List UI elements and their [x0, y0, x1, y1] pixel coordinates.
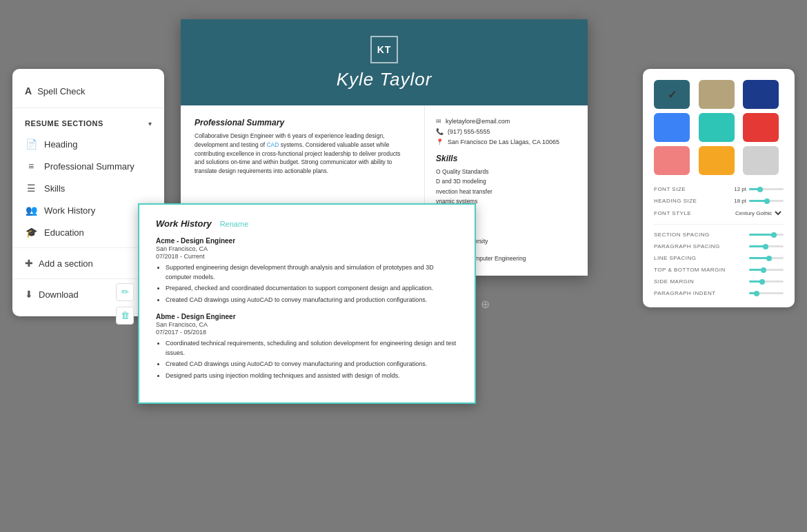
sidebar-item-skills-label: Skills — [44, 183, 65, 194]
font-size-label: FONT SIZE — [654, 186, 727, 192]
work-history-title: Work History — [156, 218, 212, 229]
heading-size-value: 18 pt — [727, 198, 746, 204]
paragraph-spacing-control: PARAGRAPH SPACING — [654, 243, 784, 249]
spell-check-label: Spell Check — [37, 86, 85, 96]
section-spacing-slider[interactable] — [749, 234, 784, 236]
spell-check-item[interactable]: A Spell Check — [12, 80, 164, 108]
color-swatch-blue[interactable] — [654, 113, 690, 142]
color-swatch-lightgray[interactable] — [743, 146, 779, 175]
color-swatch-teal[interactable] — [699, 113, 735, 142]
chevron-down-icon[interactable]: ▾ — [148, 120, 152, 127]
line-spacing-control: LINE SPACING — [654, 255, 784, 261]
job-company-2: Abme - Design Engineer — [156, 313, 458, 320]
monogram: KT — [377, 44, 392, 55]
work-history-header: Work History Rename — [156, 218, 458, 229]
sidebar-item-work-label: Work History — [44, 205, 95, 216]
summary-section-title: Professional Summary — [195, 118, 410, 127]
font-style-select[interactable]: Century Gothic — [733, 209, 784, 217]
font-style-label: FONT STYLE — [654, 210, 733, 216]
skills-icon: ☰ — [25, 183, 37, 194]
summary-text: Collaborative Design Engineer with 6 yea… — [195, 132, 410, 176]
download-label: Download — [39, 289, 79, 300]
color-swatch-salmon[interactable] — [654, 146, 690, 175]
skill-item: O Quality Standards — [436, 167, 577, 176]
section-spacing-label: SECTION SPACING — [654, 232, 749, 238]
design-panel: FONT SIZE 12 pt HEADING SIZE 18 pt FONT … — [643, 69, 795, 307]
color-swatch-teal-dark[interactable] — [654, 80, 690, 109]
sidebar-item-summary-label: Professional Summary — [44, 161, 134, 172]
bullet-item: Created CAD drawings using AutoCAD to co… — [166, 360, 458, 369]
color-grid — [654, 80, 784, 175]
download-icon: ⬇ — [25, 289, 33, 300]
bullet-item: Supported engineering design development… — [166, 263, 458, 282]
skills-list: O Quality Standards D and 3D modeling nv… — [436, 167, 577, 207]
add-section-label: Add a section — [39, 258, 93, 269]
resume-name: Kyle Taylor — [337, 69, 432, 90]
font-size-value: 12 pt — [727, 186, 746, 192]
font-style-control: FONT STYLE Century Gothic — [654, 209, 784, 217]
contact-phone: 📞 (917) 555-5555 — [436, 128, 577, 135]
resume-header: KT Kyle Taylor — [181, 19, 588, 105]
email-icon: ✉ — [436, 118, 441, 125]
line-spacing-label: LINE SPACING — [654, 255, 749, 261]
paragraph-spacing-label: PARAGRAPH SPACING — [654, 243, 749, 249]
resume-sections-header: RESUME SECTIONS ▾ — [12, 115, 164, 133]
design-controls: FONT SIZE 12 pt HEADING SIZE 18 pt FONT … — [654, 186, 784, 296]
resume-sections-title: RESUME SECTIONS — [25, 119, 103, 127]
skill-item: D and 3D modeling — [436, 176, 577, 186]
top-bottom-margin-label: TOP & BOTTOM MARGIN — [654, 267, 749, 273]
paragraph-spacing-slider[interactable] — [749, 245, 784, 247]
lines-icon: ≡ — [25, 161, 37, 172]
job-date-1: 07/2018 - Current — [156, 253, 458, 260]
sidebar-item-heading[interactable]: 📄 Heading — [12, 133, 164, 155]
heading-size-slider[interactable] — [749, 200, 784, 202]
job-location-2: San Francisco, CA — [156, 321, 458, 328]
sidebar-item-professional-summary[interactable]: ≡ Professional Summary — [12, 155, 164, 177]
email-value: kyletaylore@email.com — [446, 118, 510, 125]
job-date-2: 07/2017 - 05/2018 — [156, 329, 458, 336]
add-icon: ✚ — [25, 258, 33, 269]
color-swatch-tan[interactable] — [699, 80, 735, 109]
color-swatch-amber[interactable] — [699, 146, 735, 175]
top-bottom-margin-slider[interactable] — [749, 269, 784, 271]
side-margin-label: SIDE MARGIN — [654, 278, 749, 285]
font-size-slider[interactable] — [749, 188, 784, 190]
color-swatch-red[interactable] — [743, 113, 779, 142]
bullet-item: Coordinated technical requirements, sche… — [166, 339, 458, 358]
divider — [654, 224, 784, 225]
line-spacing-slider[interactable] — [749, 257, 784, 259]
drag-handle[interactable]: ⊕ — [481, 297, 490, 310]
spell-check-icon: A — [25, 85, 32, 96]
job-bullets-1: Supported engineering design development… — [156, 263, 458, 305]
cad-highlight: CAD — [266, 141, 279, 148]
location-icon: 📍 — [436, 139, 444, 145]
job-bullets-2: Coordinated technical requirements, sche… — [156, 339, 458, 380]
contact-email: ✉ kyletaylore@email.com — [436, 118, 577, 125]
sidebar-item-education-label: Education — [44, 227, 84, 238]
skill-item: nvection heat transfer — [436, 187, 577, 196]
delete-button[interactable]: 🗑 — [116, 307, 134, 325]
contact-address: 📍 San Francisco De Las Llagas, CA 10065 — [436, 139, 577, 145]
font-size-control: FONT SIZE 12 pt — [654, 186, 784, 192]
rename-button[interactable]: Rename — [220, 220, 249, 228]
edit-icons: ✏ 🗑 — [116, 283, 134, 325]
graduation-icon: 🎓 — [25, 227, 37, 238]
people-icon: 👥 — [25, 205, 37, 216]
monogram-box: KT — [370, 36, 398, 63]
heading-size-label: HEADING SIZE — [654, 198, 727, 204]
bullet-item: Created CAD drawings using AutoCAD to co… — [166, 296, 458, 305]
address-value: San Francisco De Las Llagas, CA 10065 — [448, 139, 559, 145]
paragraph-indent-control: PARAGRAPH INDENT — [654, 290, 784, 296]
phone-icon: 📞 — [436, 128, 444, 135]
side-margin-control: SIDE MARGIN — [654, 278, 784, 285]
bullet-item: Prepared, checked and coordinated docume… — [166, 284, 458, 294]
sidebar-item-skills[interactable]: ☰ Skills — [12, 177, 164, 199]
side-margin-slider[interactable] — [749, 280, 784, 283]
work-history-overlay: ✏ 🗑 ⊕ Work History Rename Acme - Design … — [138, 203, 476, 404]
section-spacing-control: SECTION SPACING — [654, 232, 784, 238]
paragraph-indent-slider[interactable] — [749, 292, 784, 294]
bullet-item: Designed parts using injection molding t… — [166, 371, 458, 381]
job-entry-1: Acme - Design Engineer San Francisco, CA… — [156, 237, 458, 305]
edit-pencil-button[interactable]: ✏ — [116, 283, 134, 301]
color-swatch-navy[interactable] — [743, 80, 779, 109]
